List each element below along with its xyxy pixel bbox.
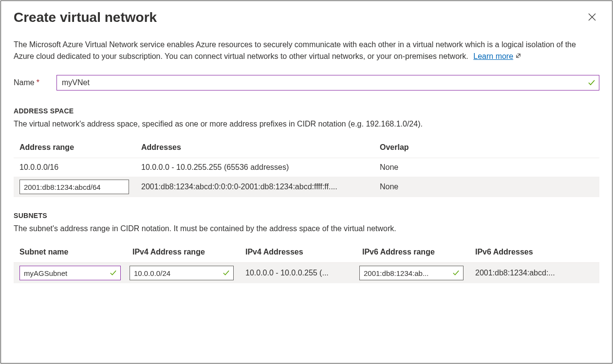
cell-address-range: 10.0.0.0/16 bbox=[14, 158, 135, 177]
panel-header: Create virtual network bbox=[14, 10, 599, 39]
col-subnet-name: Subnet name bbox=[14, 243, 127, 263]
close-button[interactable] bbox=[585, 10, 599, 24]
name-label: Name* bbox=[14, 78, 56, 87]
cell-addresses: 2001:db8:1234:abcd:0:0:0:0-2001:db8:1234… bbox=[135, 177, 374, 197]
address-range-input[interactable] bbox=[19, 180, 129, 194]
cell-ipv6-range bbox=[356, 263, 469, 284]
cell-address-range bbox=[14, 177, 135, 197]
cell-ipv4-range bbox=[127, 263, 240, 284]
subnets-table: Subnet name IPv4 Address range IPv4 Addr… bbox=[14, 243, 599, 283]
address-space-heading: ADDRESS SPACE bbox=[14, 107, 599, 115]
col-address-range: Address range bbox=[14, 138, 135, 158]
table-header-row: Subnet name IPv4 Address range IPv4 Addr… bbox=[14, 243, 599, 263]
cell-ipv6-addresses: 2001:db8:1234:abcd:... bbox=[469, 263, 599, 284]
col-ipv6-range: IPv6 Address range bbox=[356, 243, 469, 263]
subnets-heading: SUBNETS bbox=[14, 212, 599, 219]
subnet-name-input[interactable] bbox=[19, 266, 121, 280]
address-space-table: Address range Addresses Overlap 10.0.0.0… bbox=[14, 138, 599, 197]
create-vnet-panel: Create virtual network The Microsoft Azu… bbox=[0, 0, 613, 364]
close-icon bbox=[588, 16, 596, 23]
table-row: 10.0.0.0 - 10.0.0.255 (... 2001:db8:1234… bbox=[14, 263, 599, 284]
col-overlap: Overlap bbox=[374, 138, 599, 158]
table-header-row: Address range Addresses Overlap bbox=[14, 138, 599, 158]
col-ipv4-addresses: IPv4 Addresses bbox=[240, 243, 356, 263]
cell-ipv4-addresses: 10.0.0.0 - 10.0.0.255 (... bbox=[240, 263, 356, 284]
table-row: 2001:db8:1234:abcd:0:0:0:0-2001:db8:1234… bbox=[14, 177, 599, 197]
checkmark-icon bbox=[452, 270, 460, 277]
checkmark-icon bbox=[110, 270, 117, 277]
cell-overlap: None bbox=[374, 158, 599, 177]
col-ipv4-range: IPv4 Address range bbox=[127, 243, 240, 263]
col-addresses: Addresses bbox=[135, 138, 374, 158]
name-label-text: Name bbox=[14, 78, 35, 87]
subnets-description: The subnet's address range in CIDR notat… bbox=[14, 224, 599, 233]
learn-more-label: Learn more bbox=[473, 51, 513, 62]
cell-addresses: 10.0.0.0 - 10.0.255.255 (65536 addresses… bbox=[135, 158, 374, 177]
checkmark-icon bbox=[223, 270, 230, 277]
external-link-icon bbox=[515, 51, 521, 62]
page-title: Create virtual network bbox=[14, 10, 157, 25]
checkmark-icon bbox=[588, 79, 595, 87]
name-input[interactable] bbox=[56, 75, 599, 91]
name-field-row: Name* bbox=[14, 75, 599, 91]
ipv4-range-input[interactable] bbox=[130, 266, 234, 280]
panel-description: The Microsoft Azure Virtual Network serv… bbox=[14, 39, 598, 62]
address-space-description: The virtual network's address space, spe… bbox=[14, 120, 599, 128]
table-row: 10.0.0.0/16 10.0.0.0 - 10.0.255.255 (655… bbox=[14, 158, 599, 177]
cell-subnet-name bbox=[14, 263, 127, 284]
cell-overlap: None bbox=[374, 177, 599, 197]
ipv6-range-input[interactable] bbox=[359, 266, 464, 280]
col-ipv6-addresses: IPv6 Addresses bbox=[469, 243, 599, 263]
learn-more-link[interactable]: Learn more bbox=[473, 51, 521, 62]
required-asterisk: * bbox=[37, 78, 39, 87]
name-input-wrap bbox=[56, 75, 599, 91]
